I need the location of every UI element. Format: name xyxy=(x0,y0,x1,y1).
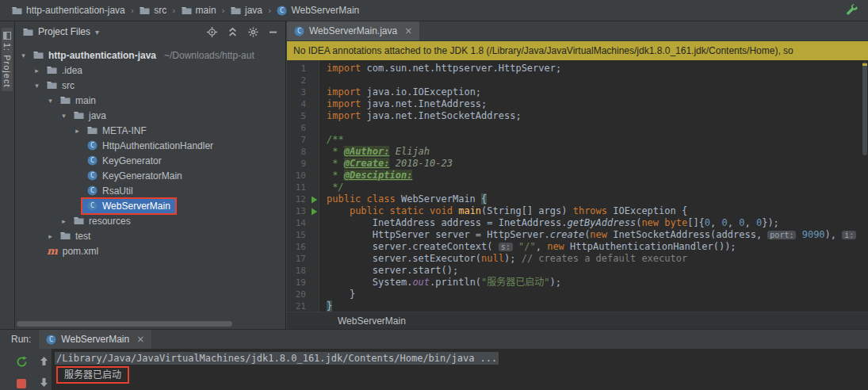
tree-expand-icon[interactable]: ▾ xyxy=(59,112,69,120)
line-number: 6 xyxy=(287,122,309,134)
tree-expand-icon[interactable]: ▾ xyxy=(18,52,29,59)
intellij-window: http-authentication-java›src›main›java›C… xyxy=(0,0,868,390)
run-console: /Library/Java/JavaVirtualMachines/jdk1.8… xyxy=(52,349,868,390)
breadcrumb-item-src[interactable]: src xyxy=(137,5,169,16)
tree-expand-icon[interactable]: ▾ xyxy=(45,97,55,105)
rerun-icon[interactable] xyxy=(16,356,28,368)
breadcrumb-label: java xyxy=(245,5,262,16)
close-icon[interactable]: × xyxy=(136,334,144,345)
folder-icon xyxy=(33,51,44,59)
breadcrumb-item-main[interactable]: main xyxy=(179,5,219,16)
tree-item-WebServerMain[interactable]: CWebServerMain xyxy=(15,198,285,213)
code-viewport: 123456789101112131415161718192021 import… xyxy=(287,60,868,312)
breadcrumb-item-WebServerMain[interactable]: CWebServerMain xyxy=(274,5,361,16)
wrench-icon[interactable] xyxy=(846,4,858,17)
left-tool-strip: 1: Project xyxy=(0,21,15,329)
code-line xyxy=(327,122,862,134)
hide-panel-icon[interactable] xyxy=(269,28,277,36)
class-icon: C xyxy=(294,26,304,36)
code-line: * @Author: Elijah xyxy=(327,146,862,158)
console-line: /Library/Java/JavaVirtualMachines/jdk1.8… xyxy=(55,352,868,366)
scrollbar-thumb[interactable] xyxy=(862,62,867,155)
tree-expand-icon[interactable]: ▾ xyxy=(32,82,42,90)
project-tool-button[interactable]: 1: Project xyxy=(2,28,13,91)
line-number: 9 xyxy=(287,158,309,170)
code-line: import com.sun.net.httpserver.HttpServer… xyxy=(327,63,862,75)
breadcrumb-label: src xyxy=(154,5,166,16)
close-icon[interactable]: × xyxy=(404,25,412,36)
up-arrow-icon[interactable] xyxy=(40,356,48,366)
tree-item-label: HttpAuthenticationHandler xyxy=(102,140,213,151)
tree-item-java[interactable]: ▾java xyxy=(15,108,285,123)
tree-item-.idea[interactable]: ▸.idea xyxy=(15,63,285,78)
collapse-all-icon[interactable] xyxy=(228,27,238,37)
jdk-warning-banner: No IDEA annotations attached to the JDK … xyxy=(287,41,868,60)
editor-tabbar: C WebServerMain.java × xyxy=(287,21,868,41)
tree-item-KeyGenerator[interactable]: CKeyGenerator xyxy=(15,153,285,168)
editor-gutter: 123456789101112131415161718192021 xyxy=(287,60,319,312)
breadcrumb-item-java[interactable]: java xyxy=(228,5,265,16)
code-line: * @Desciption: xyxy=(327,170,862,182)
code-line: } xyxy=(327,300,862,312)
code-line: * @Create: 2018-10-23 xyxy=(327,158,862,170)
editor-breadcrumb-bar: WebServerMain xyxy=(287,312,868,329)
editor-vscrollbar[interactable] xyxy=(862,60,868,312)
line-number: 7 xyxy=(287,134,309,146)
tree-item-main[interactable]: ▾main xyxy=(15,93,285,108)
tree-item-label: resources xyxy=(89,216,131,227)
svg-text:C: C xyxy=(90,141,94,149)
run-tab[interactable]: C WebServerMain × xyxy=(39,330,151,349)
breadcrumb: http-authentication-java›src›main›java›C… xyxy=(10,5,361,16)
tree-item-KeyGeneratorMain[interactable]: CKeyGeneratorMain xyxy=(15,168,285,183)
project-view-selector[interactable]: Project Files xyxy=(38,26,90,37)
svg-text:C: C xyxy=(90,186,94,194)
tree-item-RsaUtil[interactable]: CRsaUtil xyxy=(15,183,285,198)
editor-code[interactable]: import com.sun.net.httpserver.HttpServer… xyxy=(320,60,862,312)
down-arrow-icon[interactable] xyxy=(40,377,48,388)
editor-tab[interactable]: C WebServerMain.java × xyxy=(287,21,419,40)
tree-item-HttpAuthenticationHandler[interactable]: CHttpAuthenticationHandler xyxy=(15,138,285,153)
console-line: 服务器已启动 xyxy=(55,366,868,380)
run-line-icon[interactable] xyxy=(309,196,319,204)
tree-item-src[interactable]: ▾src xyxy=(15,78,285,93)
breadcrumb-separator: › xyxy=(131,6,134,16)
tree-expand-icon[interactable]: ▸ xyxy=(59,217,69,225)
chevron-down-icon[interactable]: ▾ xyxy=(95,28,99,36)
project-tool-label: 1: Project xyxy=(2,43,12,87)
locate-icon[interactable] xyxy=(207,27,217,37)
code-line xyxy=(327,75,862,86)
project-panel: Project Files ▾ ▾http-authentication-jav… xyxy=(15,21,286,329)
tree-expand-icon[interactable]: ▸ xyxy=(45,232,55,240)
code-line: server.start(); xyxy=(327,265,862,277)
breadcrumb-separator: › xyxy=(268,6,271,16)
tree-item-label: WebServerMain xyxy=(102,201,170,212)
run-panel: Run: C WebServerMain × /Library/Java/Jav… xyxy=(0,329,868,390)
gear-icon[interactable] xyxy=(248,27,258,37)
tree-item-test[interactable]: ▸test xyxy=(15,228,285,243)
tree-item-pom.xml[interactable]: mpom.xml xyxy=(15,243,285,258)
project-tree: ▾http-authentication-java~/Downloads/htt… xyxy=(15,48,285,318)
code-line: */ xyxy=(327,182,862,193)
console-command-line[interactable]: /Library/Java/JavaVirtualMachines/jdk1.8… xyxy=(55,352,499,365)
class-icon: C xyxy=(87,140,98,151)
breadcrumb-item-http-authentication-java[interactable]: http-authentication-java xyxy=(10,5,128,16)
stop-icon[interactable] xyxy=(17,379,26,388)
code-line: } xyxy=(327,289,862,300)
svg-text:C: C xyxy=(90,171,94,179)
tree-item-resources[interactable]: ▸resources xyxy=(15,213,285,228)
project-hscrollbar-thumb[interactable] xyxy=(17,321,232,327)
editor-breadcrumb-class[interactable]: WebServerMain xyxy=(338,315,406,327)
tree-expand-icon[interactable]: ▸ xyxy=(32,67,42,75)
tree-item-label: src xyxy=(62,80,75,91)
tree-item-label: KeyGeneratorMain xyxy=(102,170,182,182)
code-line: import java.net.InetAddress; xyxy=(327,98,862,110)
run-line-icon[interactable] xyxy=(309,208,319,216)
folder-icon xyxy=(23,28,33,36)
run-toolbar xyxy=(0,349,52,390)
folder-icon xyxy=(140,6,150,15)
tree-item-META-INF[interactable]: ▸META-INF xyxy=(15,123,285,138)
code-line: InetAddress address = InetAddress.getByA… xyxy=(327,217,862,229)
tree-expand-icon[interactable]: ▸ xyxy=(72,127,82,135)
tree-item-http-authentication-java[interactable]: ▾http-authentication-java~/Downloads/htt… xyxy=(15,48,285,63)
code-line: System.out.println("服务器已启动"); xyxy=(327,277,862,289)
